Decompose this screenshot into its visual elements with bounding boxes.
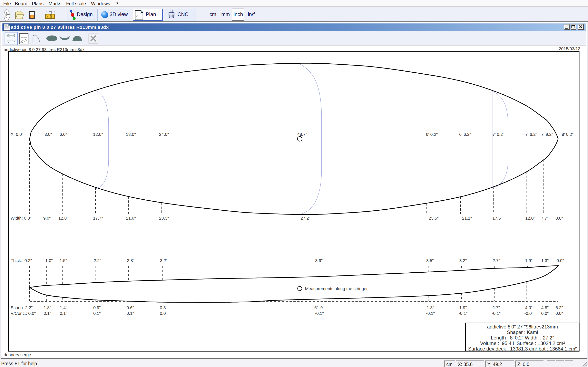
svg-text:-0.0": -0.0"	[524, 311, 533, 316]
svg-text:1.0": 1.0"	[45, 258, 53, 263]
svg-text:0.6": 0.6"	[127, 305, 134, 310]
svg-text:0.3": 0.3"	[160, 305, 167, 310]
svg-text:Length : 8' 0.2" Width : 27.2: Length : 8' 0.2" Width : 27.2"	[491, 335, 554, 341]
svg-text:4.8": 4.8"	[541, 305, 549, 310]
svg-text:12.0": 12.0"	[93, 132, 103, 137]
svg-text:0.9": 0.9"	[93, 305, 101, 310]
svg-text:27.2": 27.2"	[301, 216, 310, 220]
svg-text:24.0": 24.0"	[159, 132, 169, 137]
svg-text:0.0": 0.0"	[557, 258, 564, 263]
svg-text:2015/03/12: 2015/03/12	[559, 46, 580, 51]
svg-text:Surface dev deck : 13981.3 cm²: Surface dev deck : 13981.3 cm² bot : 136…	[468, 346, 577, 351]
svg-text:addictive 8'0" 27 "96litres213: addictive 8'0" 27 "96litres213mm	[487, 324, 558, 329]
svg-text:4.0": 4.0"	[525, 305, 533, 310]
svg-text:Shaper : Kami: Shaper : Kami	[507, 329, 538, 335]
svg-text:0.0": 0.0"	[555, 216, 563, 220]
svg-text:0.0": 0.0"	[160, 311, 167, 316]
svg-text:X: 0.0": X: 0.0"	[11, 132, 23, 137]
svg-text:2.2": 2.2"	[94, 258, 101, 263]
svg-text:51.9": 51.9"	[314, 305, 324, 310]
svg-text:7' 9.2": 7' 9.2"	[541, 132, 553, 137]
svg-text:0.1": 0.1"	[44, 311, 51, 316]
svg-text:0.1": 0.1"	[127, 311, 134, 316]
svg-text:21.1": 21.1"	[462, 216, 472, 220]
svg-text:dennery serge: dennery serge	[4, 352, 31, 357]
svg-text:3.9": 3.9"	[315, 258, 323, 263]
svg-text:7.7": 7.7"	[541, 216, 549, 220]
svg-text:-0.1": -0.1"	[458, 311, 467, 316]
svg-text:17.7": 17.7"	[93, 216, 103, 220]
svg-text:0.1": 0.1"	[93, 311, 101, 316]
svg-text:17.5": 17.5"	[493, 216, 502, 220]
svg-text:48.7": 48.7"	[297, 132, 307, 137]
svg-text:6' 0.2": 6' 0.2"	[426, 132, 438, 137]
svg-text:3.2": 3.2"	[459, 258, 467, 263]
svg-text:1.3": 1.3"	[541, 258, 549, 263]
svg-text:V/Conc.: 0.0": V/Conc.: 0.0"	[11, 311, 36, 316]
svg-text:18.0": 18.0"	[126, 132, 136, 137]
svg-text:0.0": 0.0"	[541, 311, 549, 316]
svg-text:8' 0.2": 8' 0.2"	[562, 132, 573, 137]
svg-text:7' 6.2": 7' 6.2"	[525, 132, 537, 137]
svg-text:2.7": 2.7"	[493, 258, 500, 263]
svg-text:1.4": 1.4"	[60, 305, 67, 310]
svg-text:1.3": 1.3"	[427, 305, 434, 310]
svg-text:6.0": 6.0"	[60, 132, 67, 137]
svg-text:-0.1": -0.1"	[492, 311, 501, 316]
svg-text:Volume : 95.4 l Surface : 13: Volume : 95.4 l Surface : 13024.2 cm²	[480, 341, 565, 346]
svg-text:1.5": 1.5"	[60, 258, 67, 263]
svg-text:6.2": 6.2"	[555, 305, 563, 310]
svg-text:3.5": 3.5"	[426, 258, 434, 263]
svg-text:3.0": 3.0"	[44, 132, 52, 137]
svg-text:addictive pin 8 0 27 93litres: addictive pin 8 0 27 93litres R213mm.s3d…	[4, 47, 85, 52]
svg-text:6' 6.2": 6' 6.2"	[459, 132, 471, 137]
svg-text:0.0": 0.0"	[555, 311, 563, 316]
svg-text:21.0": 21.0"	[126, 216, 136, 220]
svg-text:3.2": 3.2"	[160, 258, 168, 263]
svg-text:Width: 0.0": Width: 0.0"	[11, 216, 31, 220]
svg-text:Scoop: 2.2": Scoop: 2.2"	[11, 305, 33, 310]
svg-text:12.0": 12.0"	[525, 216, 535, 220]
svg-text:2.7": 2.7"	[493, 305, 500, 310]
svg-text:9.0": 9.0"	[43, 216, 51, 220]
svg-text:2.8": 2.8"	[127, 258, 135, 263]
svg-text:12.8": 12.8"	[58, 216, 68, 220]
svg-text:1.9": 1.9"	[525, 258, 533, 263]
svg-text:0.1": 0.1"	[60, 311, 67, 316]
svg-text:7' 0.2": 7' 0.2"	[493, 132, 504, 137]
svg-text:-0.1": -0.1"	[315, 311, 324, 316]
svg-text:-0.1": -0.1"	[426, 311, 435, 316]
svg-text:1.9": 1.9"	[459, 305, 467, 310]
svg-text:1.8": 1.8"	[44, 305, 51, 310]
svg-text:23.3": 23.3"	[159, 216, 169, 220]
svg-text:Measurements along the stringe: Measurements along the stringer	[305, 286, 368, 291]
svg-text:Thick.: 0.2": Thick.: 0.2"	[11, 258, 32, 263]
svg-text:23.5": 23.5"	[429, 216, 439, 220]
